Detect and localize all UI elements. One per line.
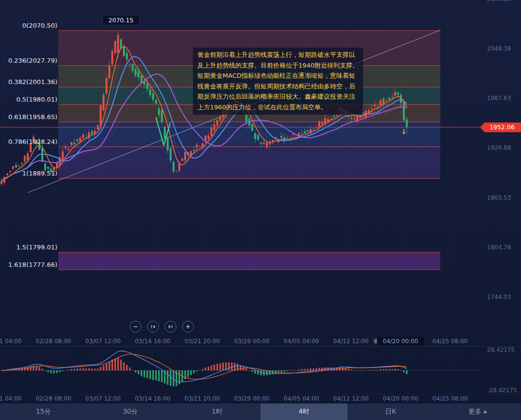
- fib-label: 0(2070.50): [22, 22, 57, 29]
- price-chart-panel: ↓ 0(2070.50)0.236(2027.79)0.382(2001.36)…: [0, 0, 521, 336]
- price-axis-label: 2109.13: [487, 0, 511, 2]
- time-axis-label: 03/07 12:00: [86, 338, 121, 345]
- time-axis-label: 03/29 00:00: [234, 338, 270, 345]
- minus-icon: [133, 324, 139, 330]
- time-axis-label: 04/20 00:00: [383, 395, 418, 402]
- tab-15min[interactable]: 15分: [0, 403, 87, 420]
- time-axis-label: 04/25 08:00: [433, 395, 468, 402]
- step-forward-button[interactable]: [165, 321, 176, 332]
- skip-back-icon: [150, 324, 156, 330]
- fib-label: 0.5(1980.01): [16, 96, 57, 103]
- more-label: 更多: [469, 407, 482, 416]
- price-axis-label: 2048.38: [487, 45, 511, 52]
- fib-label: 1.618(1777.66): [8, 261, 57, 268]
- fib-label: 1(1889.51): [22, 170, 57, 177]
- trading-app: ↓ 0(2070.50)0.236(2027.79)0.382(2001.36)…: [0, 0, 521, 420]
- sell-arrow-marker[interactable]: ↓: [401, 127, 407, 136]
- more-button[interactable]: 更多▲: [434, 403, 521, 420]
- fib-label: 0.786(1928.24): [8, 138, 57, 145]
- time-axis-label: 04/12 12:00: [333, 338, 369, 345]
- time-axis-label: 02/28 08:00: [36, 395, 71, 402]
- zoom-in-button[interactable]: [182, 321, 194, 332]
- macd-axis-min: -28.42175: [487, 387, 517, 394]
- peak-price-label: 2070.15: [103, 15, 139, 25]
- price-axis-label: 1865.53: [487, 194, 511, 201]
- tab-1d[interactable]: 日K: [347, 403, 434, 420]
- time-axis-secondary[interactable]: 02/21 04:0002/28 08:0003/07 12:0003/14 1…: [0, 394, 521, 403]
- time-axis-label: 02/21 04:00: [0, 395, 21, 402]
- analysis-annotation: 黄金前期沿着上升趋势线震荡上行，短期跌破水平支撑以 及上升趋势线的支撑。目前价格…: [193, 48, 363, 115]
- price-axis-label: 1804.78: [487, 244, 511, 251]
- time-axis-label: 03/29 00:00: [234, 395, 270, 402]
- time-axis-label: 04/05 04:00: [284, 395, 319, 402]
- fib-label: 0.382(2001.36): [8, 78, 57, 86]
- time-axis-label: 03/14 16:00: [135, 395, 171, 402]
- macd-panel: 28.42175 -28.42175: [0, 346, 521, 395]
- macd-axis-max: 28.42175: [487, 347, 515, 353]
- time-axis-label: 02/28 08:00: [36, 338, 71, 345]
- macd-dif-line: [1, 351, 407, 382]
- tab-1h[interactable]: 1时: [174, 403, 260, 420]
- time-axis-label: 04/25 08:00: [433, 338, 468, 345]
- price-axis-label: 1744.03: [487, 294, 511, 300]
- fib-label: 0.618(1958.65): [8, 113, 57, 121]
- chart-zoom-controls: [130, 321, 194, 332]
- timeframe-toolbar: 15分30分1时4时日K更多▲: [0, 403, 521, 420]
- chevron-up-icon: ▲: [484, 409, 487, 414]
- price-axis-label: 1987.63: [487, 95, 511, 102]
- skip-forward-icon: [168, 324, 174, 330]
- plus-icon: [185, 324, 191, 330]
- zoom-out-button[interactable]: [130, 321, 141, 332]
- macd-chart[interactable]: [0, 347, 521, 394]
- tab-4h[interactable]: 4时: [260, 403, 347, 420]
- time-axis-label: 03/07 12:00: [86, 395, 121, 402]
- time-axis[interactable]: 02/21 04:0002/28 08:0003/07 12:0003/14 1…: [0, 336, 521, 346]
- price-axis-label: 1926.88: [487, 144, 511, 151]
- fib-label: 0.236(2027.79): [8, 57, 57, 64]
- time-axis-label: 03/21 20:00: [185, 395, 220, 402]
- time-axis-label: 02/21 04:00: [0, 338, 21, 345]
- time-axis-label: 04/05 04:00: [284, 338, 319, 345]
- time-axis-label: 03/14 16:00: [135, 338, 171, 345]
- step-back-button[interactable]: [147, 321, 159, 332]
- tab-30min[interactable]: 30分: [87, 403, 174, 420]
- time-axis-label: 04/12 12:00: [333, 395, 369, 402]
- crosshair-time-badge: 04/20 00:00: [377, 337, 424, 346]
- last-price-badge: 1952.06: [480, 122, 521, 132]
- time-axis-label: 03/21 20:00: [185, 338, 220, 345]
- fib-label: 1.5(1799.01): [16, 244, 57, 251]
